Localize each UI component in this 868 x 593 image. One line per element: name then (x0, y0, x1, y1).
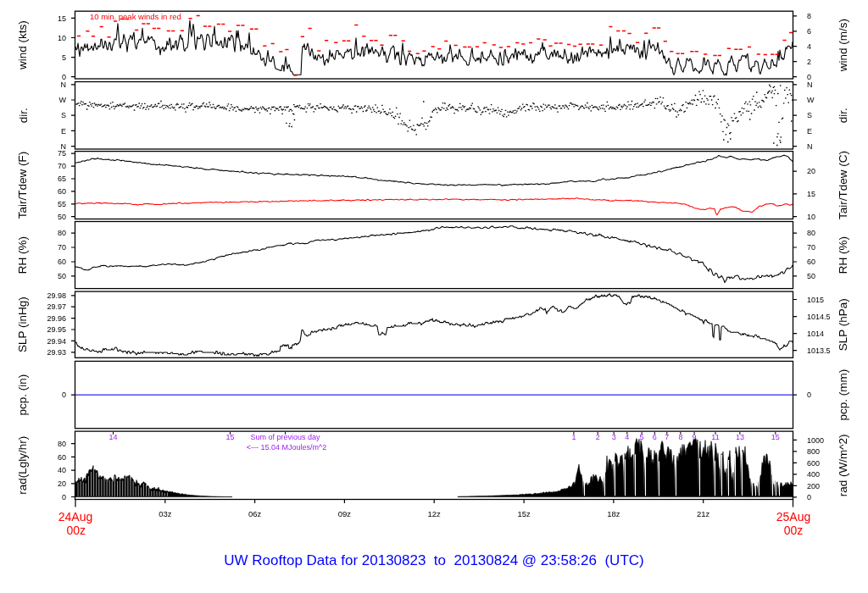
svg-text:SLP (inHg): SLP (inHg) (17, 296, 30, 352)
svg-text:pcp. (in): pcp. (in) (17, 374, 30, 416)
svg-text:1: 1 (571, 433, 576, 441)
svg-text:W: W (807, 96, 815, 104)
svg-text:15: 15 (807, 190, 815, 198)
svg-text:00z: 00z (67, 524, 86, 537)
svg-text:7: 7 (665, 433, 669, 441)
svg-text:15: 15 (771, 433, 780, 441)
svg-text:200: 200 (807, 482, 820, 490)
svg-text:6: 6 (653, 433, 657, 441)
svg-text:E: E (807, 127, 812, 136)
svg-text:W: W (59, 96, 67, 104)
svg-text:06z: 06z (248, 509, 262, 518)
svg-text:0: 0 (62, 493, 66, 502)
svg-text:RH (%): RH (%) (17, 236, 30, 274)
svg-text:1013.5: 1013.5 (807, 346, 831, 355)
svg-text:50: 50 (58, 272, 66, 280)
svg-text:5: 5 (640, 433, 644, 441)
svg-text:80: 80 (807, 229, 815, 237)
svg-text:2: 2 (596, 433, 600, 441)
svg-text:14: 14 (108, 433, 117, 441)
svg-text:40: 40 (58, 466, 66, 474)
svg-text:09z: 09z (338, 509, 352, 518)
svg-text:15: 15 (58, 14, 66, 23)
svg-text:18z: 18z (607, 509, 620, 518)
svg-text:0: 0 (62, 391, 66, 399)
svg-text:2: 2 (807, 58, 811, 66)
svg-text:S: S (807, 111, 812, 119)
svg-text:29.98: 29.98 (47, 291, 66, 300)
svg-text:rad(Lgly/hr): rad(Lgly/hr) (17, 436, 30, 495)
svg-text:21z: 21z (697, 509, 710, 518)
svg-text:Sum of previous day: Sum of previous day (251, 433, 321, 441)
svg-text:pcp. (mm): pcp. (mm) (837, 369, 849, 421)
svg-text:55: 55 (58, 200, 66, 208)
svg-text:29.97: 29.97 (47, 302, 66, 311)
svg-text:24Aug: 24Aug (58, 510, 92, 524)
svg-text:dir.: dir. (837, 108, 849, 123)
svg-text:65: 65 (58, 175, 66, 183)
svg-text:N: N (61, 80, 67, 89)
svg-text:Tair/Tdew (F): Tair/Tdew (F) (17, 152, 30, 219)
svg-text:29.93: 29.93 (47, 348, 66, 357)
svg-text:80: 80 (58, 440, 66, 448)
svg-text:13: 13 (736, 433, 744, 441)
svg-text:400: 400 (807, 470, 820, 479)
svg-text:0: 0 (807, 391, 811, 399)
svg-text:10: 10 (807, 213, 815, 221)
svg-text:UW Rooftop Data for 20130823: UW Rooftop Data for 20130823 to 20130824… (224, 552, 643, 568)
svg-text:wind (kts): wind (kts) (17, 20, 30, 70)
svg-text:N: N (807, 142, 813, 151)
svg-text:60: 60 (58, 453, 66, 462)
svg-text:dir.: dir. (17, 108, 30, 123)
svg-text:25Aug: 25Aug (776, 510, 810, 524)
svg-text:60: 60 (807, 258, 815, 266)
svg-text:<--- 15.04 MJoules/m^2: <--- 15.04 MJoules/m^2 (247, 443, 327, 452)
svg-text:00z: 00z (784, 524, 804, 537)
svg-text:N: N (807, 80, 813, 89)
svg-text:1014: 1014 (807, 330, 824, 338)
svg-text:E: E (61, 127, 66, 136)
svg-text:4: 4 (625, 433, 629, 441)
svg-text:50: 50 (807, 272, 815, 280)
svg-text:3: 3 (612, 433, 616, 441)
svg-text:15: 15 (225, 433, 234, 441)
svg-text:60: 60 (58, 258, 66, 266)
svg-text:70: 70 (58, 162, 66, 170)
svg-text:800: 800 (807, 447, 820, 456)
svg-text:0: 0 (807, 493, 811, 502)
svg-text:29.96: 29.96 (47, 314, 66, 323)
svg-text:S: S (61, 111, 66, 119)
svg-text:10: 10 (58, 34, 66, 42)
svg-text:10 min. peak winds in red: 10 min. peak winds in red (90, 12, 181, 21)
svg-text:1000: 1000 (807, 436, 824, 445)
svg-text:8: 8 (807, 12, 811, 20)
svg-text:Tair/Tdew (C): Tair/Tdew (C) (837, 151, 849, 219)
svg-text:wind (m/s): wind (m/s) (837, 19, 849, 72)
svg-text:600: 600 (807, 459, 820, 468)
svg-text:SLP (hPa): SLP (hPa) (837, 298, 849, 351)
svg-text:60: 60 (58, 187, 66, 196)
svg-text:8: 8 (678, 433, 682, 441)
svg-text:6: 6 (807, 27, 811, 36)
svg-text:20: 20 (807, 167, 815, 175)
svg-text:70: 70 (807, 243, 815, 252)
svg-text:9: 9 (693, 433, 697, 441)
svg-text:70: 70 (58, 243, 66, 252)
svg-text:03z: 03z (159, 509, 172, 518)
svg-text:15z: 15z (517, 509, 531, 518)
svg-text:11: 11 (711, 433, 719, 441)
svg-text:4: 4 (807, 42, 811, 51)
svg-text:RH (%): RH (%) (837, 236, 849, 274)
svg-text:rad (W/m^2): rad (W/m^2) (837, 434, 849, 496)
svg-text:12z: 12z (428, 509, 442, 518)
svg-text:80: 80 (58, 229, 66, 237)
svg-text:5: 5 (62, 53, 66, 62)
svg-text:1015: 1015 (807, 296, 824, 304)
svg-text:75: 75 (58, 149, 66, 158)
svg-text:29.94: 29.94 (47, 337, 66, 346)
svg-text:29.95: 29.95 (47, 325, 66, 334)
svg-text:50: 50 (58, 213, 66, 221)
svg-text:1014.5: 1014.5 (807, 313, 831, 321)
svg-text:20: 20 (58, 479, 66, 488)
